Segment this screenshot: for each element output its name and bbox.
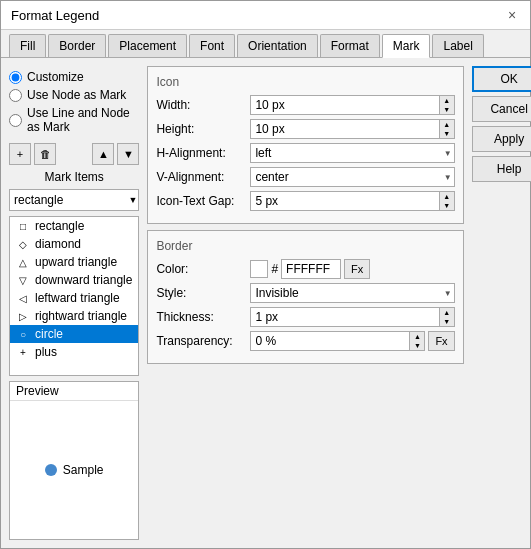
transparency-down-button[interactable]: ▼ xyxy=(410,341,424,350)
gap-input[interactable] xyxy=(250,191,438,211)
width-up-button[interactable]: ▲ xyxy=(440,96,454,105)
v-align-select[interactable]: top center bottom xyxy=(250,167,454,187)
tab-orientation[interactable]: Orientation xyxy=(237,34,318,57)
customize-radio-item[interactable]: Customize xyxy=(9,70,139,84)
title-bar: Format Legend × xyxy=(1,1,530,30)
list-item-rectangle[interactable]: □ rectangle xyxy=(10,217,138,235)
height-label: Height: xyxy=(156,122,246,136)
height-down-button[interactable]: ▼ xyxy=(440,129,454,138)
use-line-label: Use Line and Node as Mark xyxy=(27,106,139,134)
height-input[interactable] xyxy=(250,119,438,139)
h-align-select[interactable]: left center right xyxy=(250,143,454,163)
left-panel: Customize Use Node as Mark Use Line and … xyxy=(9,66,139,540)
mark-items-toolbar: + 🗑 ▲ ▼ xyxy=(9,143,139,165)
gap-up-button[interactable]: ▲ xyxy=(440,192,454,201)
circle-icon: ○ xyxy=(16,329,30,340)
gap-label: Icon-Text Gap: xyxy=(156,194,246,208)
mark-items-list[interactable]: □ rectangle ◇ diamond △ upward triangle … xyxy=(9,216,139,376)
transparency-fx-button[interactable]: Fx xyxy=(428,331,454,351)
ok-button[interactable]: OK xyxy=(472,66,531,92)
border-section: Border Color: # Fx Style: xyxy=(147,230,463,364)
color-label: Color: xyxy=(156,262,246,276)
list-item-downward-triangle[interactable]: ▽ downward triangle xyxy=(10,271,138,289)
v-align-row: V-Alignment: top center bottom xyxy=(156,167,454,187)
color-hex-input[interactable] xyxy=(281,259,341,279)
tab-format[interactable]: Format xyxy=(320,34,380,57)
apply-button[interactable]: Apply xyxy=(472,126,531,152)
mark-type-dropdown-container: rectangle ▼ xyxy=(9,189,139,211)
rightward-triangle-icon: ▷ xyxy=(16,311,30,322)
customize-label: Customize xyxy=(27,70,84,84)
preview-label: Preview xyxy=(10,382,138,401)
transparency-field-group: ▲ ▼ Fx xyxy=(250,331,454,351)
style-select[interactable]: Invisible Solid Dashed Dotted xyxy=(250,283,454,303)
color-fx-button[interactable]: Fx xyxy=(344,259,370,279)
width-spin: ▲ ▼ xyxy=(250,95,454,115)
use-line-radio[interactable] xyxy=(9,114,22,127)
color-field-group: # Fx xyxy=(250,259,454,279)
width-input[interactable] xyxy=(250,95,438,115)
h-align-row: H-Alignment: left center right xyxy=(156,143,454,163)
transparency-input[interactable] xyxy=(250,331,409,351)
thickness-up-button[interactable]: ▲ xyxy=(440,308,454,317)
cancel-button[interactable]: Cancel xyxy=(472,96,531,122)
transparency-row: Transparency: ▲ ▼ Fx xyxy=(156,331,454,351)
rightward-triangle-label: rightward triangle xyxy=(35,309,127,323)
list-item-circle[interactable]: ○ circle xyxy=(10,325,138,343)
list-item-leftward-triangle[interactable]: ◁ leftward triangle xyxy=(10,289,138,307)
color-swatch[interactable] xyxy=(250,260,268,278)
use-node-radio[interactable] xyxy=(9,89,22,102)
leftward-triangle-label: leftward triangle xyxy=(35,291,120,305)
mark-items-label: Mark Items xyxy=(9,170,139,184)
sample-circle-icon xyxy=(45,464,57,476)
list-item-plus[interactable]: + plus xyxy=(10,343,138,361)
list-item-upward-triangle[interactable]: △ upward triangle xyxy=(10,253,138,271)
gap-spin-buttons: ▲ ▼ xyxy=(439,191,455,211)
add-button[interactable]: + xyxy=(9,143,31,165)
customize-radio[interactable] xyxy=(9,71,22,84)
tab-label[interactable]: Label xyxy=(432,34,483,57)
thickness-row: Thickness: ▲ ▼ xyxy=(156,307,454,327)
close-button[interactable]: × xyxy=(504,7,520,23)
thickness-spin: ▲ ▼ xyxy=(250,307,454,327)
thickness-down-button[interactable]: ▼ xyxy=(440,317,454,326)
style-select-wrap: Invisible Solid Dashed Dotted xyxy=(250,283,454,303)
transparency-up-button[interactable]: ▲ xyxy=(410,332,424,341)
thickness-label: Thickness: xyxy=(156,310,246,324)
move-down-button[interactable]: ▼ xyxy=(117,143,139,165)
use-node-radio-item[interactable]: Use Node as Mark xyxy=(9,88,139,102)
downward-triangle-label: downward triangle xyxy=(35,273,132,287)
rectangle-icon: □ xyxy=(16,221,30,232)
width-down-button[interactable]: ▼ xyxy=(440,105,454,114)
delete-button[interactable]: 🗑 xyxy=(34,143,56,165)
h-align-select-wrap: left center right xyxy=(250,143,454,163)
mark-type-select[interactable]: rectangle xyxy=(9,189,139,211)
border-section-title: Border xyxy=(156,239,454,253)
height-up-button[interactable]: ▲ xyxy=(440,120,454,129)
help-button[interactable]: Help xyxy=(472,156,531,182)
height-row: Height: ▲ ▼ xyxy=(156,119,454,139)
downward-triangle-icon: ▽ xyxy=(16,275,30,286)
style-row: Style: Invisible Solid Dashed Dotted xyxy=(156,283,454,303)
plus-icon: + xyxy=(16,347,30,358)
tab-font[interactable]: Font xyxy=(189,34,235,57)
move-up-button[interactable]: ▲ xyxy=(92,143,114,165)
thickness-input[interactable] xyxy=(250,307,438,327)
transparency-spin-buttons: ▲ ▼ xyxy=(409,331,425,351)
list-item-rightward-triangle[interactable]: ▷ rightward triangle xyxy=(10,307,138,325)
h-align-label: H-Alignment: xyxy=(156,146,246,160)
transparency-label: Transparency: xyxy=(156,334,246,348)
use-line-radio-item[interactable]: Use Line and Node as Mark xyxy=(9,106,139,134)
tab-fill[interactable]: Fill xyxy=(9,34,46,57)
transparency-spin: ▲ ▼ xyxy=(250,331,425,351)
height-spin-buttons: ▲ ▼ xyxy=(439,119,455,139)
tab-placement[interactable]: Placement xyxy=(108,34,187,57)
list-item-diamond[interactable]: ◇ diamond xyxy=(10,235,138,253)
gap-row: Icon-Text Gap: ▲ ▼ xyxy=(156,191,454,211)
tab-border[interactable]: Border xyxy=(48,34,106,57)
preview-content: Sample xyxy=(10,401,138,539)
format-legend-dialog: Format Legend × Fill Border Placement Fo… xyxy=(0,0,531,549)
dialog-buttons: OK Cancel Apply Help xyxy=(472,66,531,540)
gap-down-button[interactable]: ▼ xyxy=(440,201,454,210)
tab-mark[interactable]: Mark xyxy=(382,34,431,58)
